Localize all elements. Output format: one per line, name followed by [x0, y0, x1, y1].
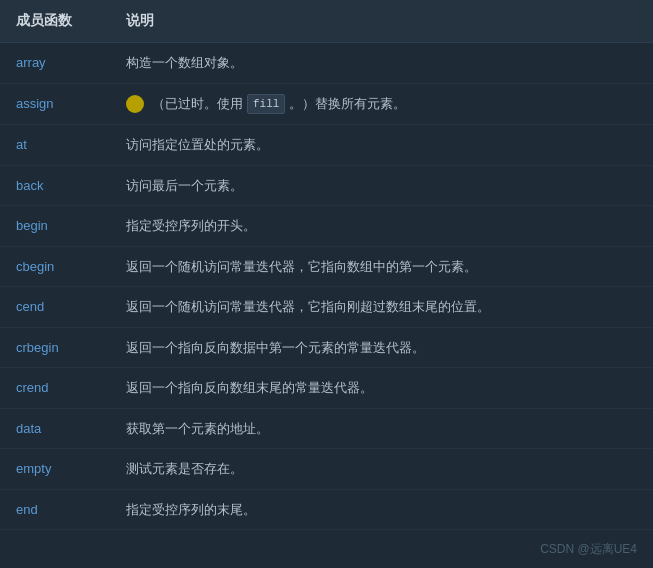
members-table: 成员函数 说明 array构造一个数组对象。assign（已过时。使用 fill… — [0, 0, 653, 530]
member-name[interactable]: back — [0, 165, 110, 206]
member-name[interactable]: array — [0, 43, 110, 84]
member-name[interactable]: data — [0, 408, 110, 449]
table-row: crbegin返回一个指向反向数据中第一个元素的常量迭代器。 — [0, 327, 653, 368]
member-description: 返回一个随机访问常量迭代器，它指向数组中的第一个元素。 — [110, 246, 653, 287]
member-description: 访问最后一个元素。 — [110, 165, 653, 206]
deprecated-prefix: （已过时。使用 — [152, 94, 243, 114]
member-description: 测试元素是否存在。 — [110, 449, 653, 490]
member-description: （已过时。使用 fill。）替换所有元素。 — [110, 84, 653, 125]
member-description: 指定受控序列的末尾。 — [110, 489, 653, 530]
table-row: back访问最后一个元素。 — [0, 165, 653, 206]
header-member: 成员函数 — [0, 0, 110, 43]
table-row: end指定受控序列的末尾。 — [0, 489, 653, 530]
cursor-icon — [126, 95, 144, 113]
member-description: 获取第一个元素的地址。 — [110, 408, 653, 449]
table-row: crend返回一个指向反向数组末尾的常量迭代器。 — [0, 368, 653, 409]
table-header-row: 成员函数 说明 — [0, 0, 653, 43]
watermark: CSDN @远离UE4 — [540, 541, 637, 558]
member-description: 返回一个指向反向数组末尾的常量迭代器。 — [110, 368, 653, 409]
member-name[interactable]: empty — [0, 449, 110, 490]
table-row: cend返回一个随机访问常量迭代器，它指向刚超过数组末尾的位置。 — [0, 287, 653, 328]
fill-badge: fill — [247, 94, 285, 115]
table-row: empty测试元素是否存在。 — [0, 449, 653, 490]
member-name[interactable]: cbegin — [0, 246, 110, 287]
member-description: 访问指定位置处的元素。 — [110, 125, 653, 166]
table-row: data获取第一个元素的地址。 — [0, 408, 653, 449]
member-description: 返回一个指向反向数据中第一个元素的常量迭代器。 — [110, 327, 653, 368]
table-row: assign（已过时。使用 fill。）替换所有元素。 — [0, 83, 653, 125]
table-container: 成员函数 说明 array构造一个数组对象。assign（已过时。使用 fill… — [0, 0, 653, 568]
header-desc: 说明 — [110, 0, 653, 43]
member-name[interactable]: assign — [0, 83, 110, 125]
member-name[interactable]: crend — [0, 368, 110, 409]
table-row: at访问指定位置处的元素。 — [0, 125, 653, 166]
member-name[interactable]: begin — [0, 206, 110, 247]
table-row: begin指定受控序列的开头。 — [0, 206, 653, 247]
member-name[interactable]: crbegin — [0, 327, 110, 368]
member-description: 构造一个数组对象。 — [110, 43, 653, 84]
deprecated-suffix: 。）替换所有元素。 — [289, 94, 406, 114]
member-name[interactable]: cend — [0, 287, 110, 328]
table-row: array构造一个数组对象。 — [0, 43, 653, 84]
table-row: cbegin返回一个随机访问常量迭代器，它指向数组中的第一个元素。 — [0, 246, 653, 287]
member-description: 返回一个随机访问常量迭代器，它指向刚超过数组末尾的位置。 — [110, 287, 653, 328]
member-description: 指定受控序列的开头。 — [110, 206, 653, 247]
member-name[interactable]: at — [0, 125, 110, 166]
member-name[interactable]: end — [0, 489, 110, 530]
